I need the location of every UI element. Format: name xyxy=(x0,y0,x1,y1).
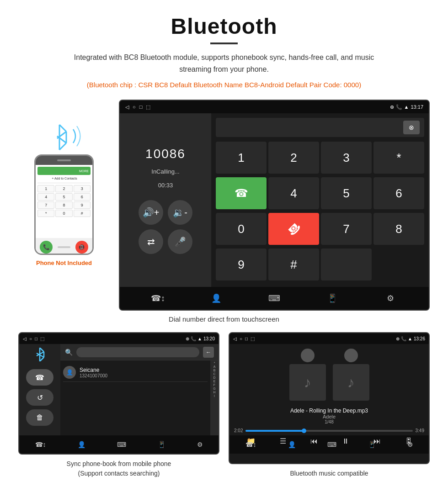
music-nav-settings[interactable]: ⚙ xyxy=(407,441,413,448)
time-display: 13:17 xyxy=(411,104,423,110)
music-recent-icon: □ xyxy=(245,336,248,341)
pb-sidebar: ☎ ↺ 🗑 xyxy=(19,344,60,435)
bottom-row: ◁ ○ □ ⬚ ⊕ 📞 ▲ 13:20 xyxy=(18,332,430,478)
end-call-btn[interactable]: ☎ xyxy=(268,213,319,245)
transfer-btn[interactable]: ⇄ xyxy=(139,229,163,254)
nav-keypad-btn[interactable]: ⌨ xyxy=(266,290,283,307)
bluetooth-info: (Bluetooth chip : CSR BC8 Default Blueto… xyxy=(18,79,430,90)
pb-nav-contacts[interactable]: 👤 xyxy=(78,441,85,448)
music-progress-bar[interactable] xyxy=(245,430,412,432)
volume-up-btn[interactable]: 🔊+ xyxy=(139,200,163,225)
dial-input-row: ⊗ xyxy=(216,118,424,137)
music-nav-keypad[interactable]: ⌨ xyxy=(327,441,336,448)
pb-sync-btn[interactable]: ↺ xyxy=(26,389,53,406)
music-list-btn[interactable]: ☰ xyxy=(280,437,286,445)
pb-back-arrow[interactable]: ← xyxy=(203,347,214,358)
device-icon: 📱 xyxy=(327,293,337,303)
music-play-btn[interactable]: ⏸ xyxy=(342,437,349,445)
phone-key: 6 xyxy=(74,193,91,201)
music-albums-row: ♪ ♪ xyxy=(234,349,424,401)
alpha-b: B xyxy=(213,369,216,372)
pb-call-icon: 📞 xyxy=(191,336,196,341)
phonebook-item: ◁ ○ □ ⬚ ⊕ 📞 ▲ 13:20 xyxy=(18,332,219,478)
pb-search-input[interactable] xyxy=(76,347,199,357)
key-7[interactable]: 7 xyxy=(321,213,372,245)
volume-down-btn[interactable]: 🔉- xyxy=(168,200,192,225)
backspace-icon: ⊗ xyxy=(409,124,414,131)
music-track-info: Adele - Rolling In the Deep.mp3 Adele 1/… xyxy=(234,408,424,424)
phone-section: MORE + Add to Contacts 1 2 3 4 5 6 7 8 9 xyxy=(18,100,110,266)
status-left: ◁ ○ □ ⬚ xyxy=(125,104,150,110)
nav-settings-btn[interactable]: ⚙ xyxy=(382,290,399,307)
dial-backspace-btn[interactable]: ⊗ xyxy=(403,121,420,134)
pb-nav-settings[interactable]: ⚙ xyxy=(197,441,203,448)
pb-delete-btn[interactable]: 🗑 xyxy=(26,409,53,426)
phone-keypad: 1 2 3 4 5 6 7 8 9 * 0 # xyxy=(37,185,91,217)
dial-input[interactable] xyxy=(220,121,400,134)
phone-divider xyxy=(37,183,91,183)
nav-device-btn[interactable]: 📱 xyxy=(324,290,341,307)
key-hash[interactable]: # xyxy=(268,249,319,281)
phone-bottom: 📞 📵 xyxy=(36,238,92,255)
music-nav-contacts[interactable]: 👤 xyxy=(288,441,296,448)
transfer-icon: ⇄ xyxy=(147,236,155,247)
music-screen-icon: ⬚ xyxy=(251,336,255,341)
pb-contact-avatar: 👤 xyxy=(63,366,76,379)
alpha-d: D xyxy=(213,376,215,379)
call-timer: 00:33 xyxy=(158,182,173,189)
pb-back-icon: ◁ xyxy=(23,336,27,341)
music-nav-calls[interactable]: ☎↕ xyxy=(245,441,256,448)
pb-body: ☎ ↺ 🗑 🔍 ← xyxy=(19,344,219,435)
key-empty xyxy=(321,249,372,281)
music-prev-btn[interactable]: ⏮ xyxy=(310,437,318,445)
key-9[interactable]: 9 xyxy=(216,249,267,281)
key-0[interactable]: 0 xyxy=(216,213,267,245)
svg-line-2 xyxy=(59,143,66,150)
recent-nav-icon: □ xyxy=(139,104,143,110)
pb-status-bar: ◁ ○ □ ⬚ ⊕ 📞 ▲ 13:20 xyxy=(19,333,219,344)
key-2[interactable]: 2 xyxy=(268,142,319,174)
key-4[interactable]: 4 xyxy=(268,177,319,209)
phone-key: 4 xyxy=(37,193,54,201)
music-track-name: Adele - Rolling In the Deep.mp3 xyxy=(234,408,424,414)
key-6[interactable]: 6 xyxy=(373,177,424,209)
music-time-current: 2:02 xyxy=(234,428,243,433)
pb-nav-keypad[interactable]: ⌨ xyxy=(117,441,126,448)
key-star[interactable]: * xyxy=(373,142,424,174)
back-nav-icon: ◁ xyxy=(125,104,129,110)
pb-contact-row: 👤 Seicane 13241007000 xyxy=(63,363,208,382)
pb-nav-calls[interactable]: ☎↕ xyxy=(35,441,46,448)
key-3[interactable]: 3 xyxy=(321,142,372,174)
key-1[interactable]: 1 xyxy=(216,142,267,174)
music-body: ♪ ♪ Adele - Rolling In the Deep.mp3 Ad xyxy=(229,344,429,435)
nav-contacts-btn[interactable]: 👤 xyxy=(208,290,224,307)
dialer-body: 10086 InCalling... 00:33 🔊+ 🔉- ⇄ xyxy=(120,113,429,287)
phonebook-caption-text: Sync phone-book from mobile phone(Suppor… xyxy=(67,460,171,477)
pb-nav-device[interactable]: 📱 xyxy=(158,441,165,448)
phone-key: 5 xyxy=(55,193,72,201)
pb-contact-number: 13241007000 xyxy=(80,373,107,378)
pb-gps-icon: ⊕ xyxy=(186,336,189,341)
pb-sync-icon: ↺ xyxy=(37,393,43,402)
call-btn[interactable]: ☎ xyxy=(216,177,267,209)
phone-mockup: MORE + Add to Contacts 1 2 3 4 5 6 7 8 9 xyxy=(34,154,94,255)
page-title: Bluetooth xyxy=(18,14,430,39)
alpha-e: E xyxy=(213,380,216,383)
dial-number-display: 10086 xyxy=(145,147,186,161)
album-art-2: ♪ xyxy=(333,364,369,401)
key-5[interactable]: 5 xyxy=(321,177,372,209)
pb-wifi-icon: ▲ xyxy=(197,336,202,341)
album-circle-1 xyxy=(301,349,315,362)
album-art-1: ♪ xyxy=(289,364,326,401)
pb-contacts-list: 👤 Seicane 13241007000 xyxy=(60,360,210,435)
mic-btn[interactable]: 🎤 xyxy=(168,229,192,254)
key-8[interactable]: 8 xyxy=(373,213,424,245)
music-note-2: ♪ xyxy=(347,374,355,391)
nav-calls-btn[interactable]: ☎↕ xyxy=(150,290,166,307)
phone-call-btn: 📞 xyxy=(40,241,53,254)
pb-search-icon: 🔍 xyxy=(65,349,73,356)
pb-call-btn[interactable]: ☎ xyxy=(26,369,53,386)
alpha-c: C xyxy=(213,372,215,376)
music-nav-device[interactable]: 📱 xyxy=(368,441,376,448)
dialer-left: 10086 InCalling... 00:33 🔊+ 🔉- ⇄ xyxy=(120,113,211,287)
